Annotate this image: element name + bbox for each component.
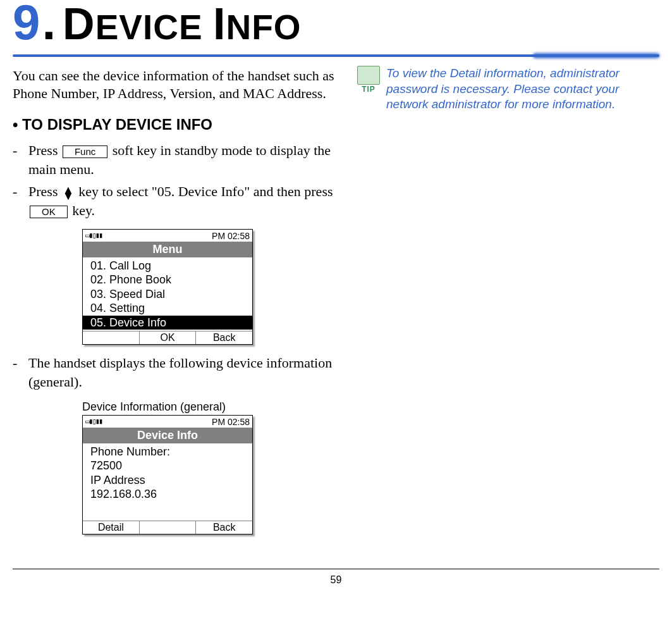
left-column: You can see the device information of th…	[13, 63, 338, 543]
softkey-right: Back	[196, 521, 252, 534]
softkey-middle	[140, 521, 197, 534]
chapter-header: 9. DEVICE INFO	[13, 0, 659, 51]
info-line: 72500	[90, 459, 248, 473]
page-number: 59	[331, 574, 342, 585]
ok-key: OK	[30, 206, 68, 219]
lcd-menu-list: 01. Call Log 02. Phone Book 03. Speed Di…	[83, 257, 252, 331]
step-2: - Press key to select "05. Device Info" …	[13, 182, 338, 219]
clock-text: PM 02:58	[212, 417, 250, 427]
func-key: Func	[63, 145, 107, 159]
list-item-selected: 05. Device Info	[83, 316, 252, 330]
softkey-right: Back	[196, 331, 252, 344]
info-line: IP Address	[90, 473, 248, 488]
page-footer: 59	[13, 569, 659, 586]
softkey-left: Detail	[83, 521, 140, 534]
signal-battery-icon: ▭▮▯▮▮	[85, 417, 102, 427]
screen-caption: Device Information (general)	[82, 400, 253, 414]
chapter-number: 9	[13, 0, 40, 51]
tip-block: TIP To view the Detail information, admi…	[357, 66, 659, 113]
step-3: - The handset displays the following dev…	[13, 354, 338, 391]
softkey-left	[83, 331, 140, 344]
info-line: Phone Number:	[90, 445, 248, 459]
tip-text: To view the Detail information, administ…	[386, 66, 659, 113]
list-item: 02. Phone Book	[90, 273, 248, 287]
lcd-softkeys: Detail Back	[83, 521, 252, 534]
lcd-softkeys: OK Back	[83, 331, 252, 344]
intro-text: You can see the device information of th…	[13, 67, 338, 102]
chapter-title: DEVICE INFO	[63, 0, 301, 49]
step-1: - Press Func soft key in standby mode to…	[13, 141, 338, 178]
horizontal-rule	[13, 54, 659, 57]
list-item: 04. Setting	[90, 301, 248, 316]
menu-screen: ▭▮▯▮▮ PM 02:58 Menu 01. Call Log 02. Pho…	[82, 229, 253, 345]
right-column: TIP To view the Detail information, admi…	[357, 63, 659, 543]
chapter-dot: .	[42, 0, 56, 51]
list-item: 01. Call Log	[90, 259, 248, 273]
list-item: 03. Speed Dial	[90, 287, 248, 302]
softkey-middle: OK	[140, 331, 197, 344]
signal-battery-icon: ▭▮▯▮▮	[85, 231, 102, 241]
tip-icon	[357, 66, 380, 85]
lcd-title: Device Info	[83, 428, 252, 443]
lcd-status-bar: ▭▮▯▮▮ PM 02:58	[83, 230, 252, 242]
updown-icon	[63, 187, 74, 201]
lcd-info-list: Phone Number: 72500 IP Address 192.168.0…	[83, 443, 252, 521]
lcd-title: Menu	[83, 242, 252, 257]
clock-text: PM 02:58	[212, 231, 250, 241]
info-line: 192.168.0.36	[90, 487, 248, 502]
lcd-status-bar: ▭▮▯▮▮ PM 02:58	[83, 416, 252, 428]
device-info-screen: Device Information (general) ▭▮▯▮▮ PM 02…	[82, 400, 253, 535]
tip-label: TIP	[357, 85, 380, 94]
section-heading: • TO DISPLAY DEVICE INFO	[13, 116, 338, 133]
